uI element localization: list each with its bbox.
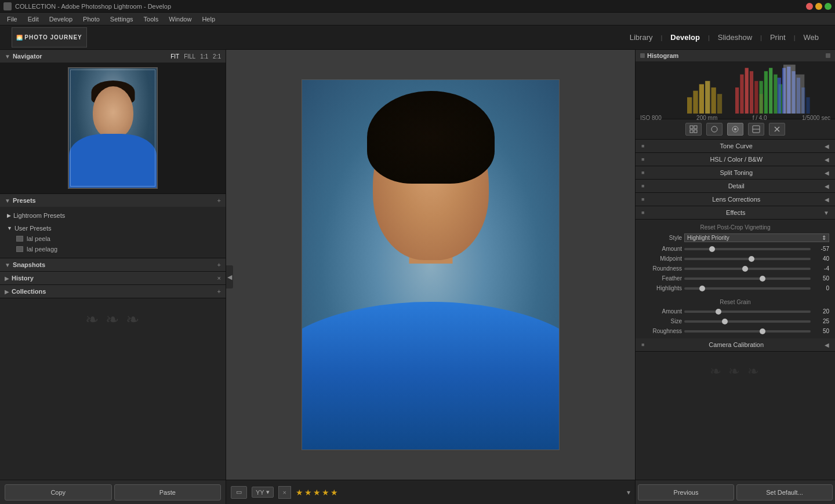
vignette-midpoint-thumb[interactable] xyxy=(749,256,754,262)
histogram-right-arrow[interactable] xyxy=(826,53,830,58)
effects-header[interactable]: ■ Effects ▼ xyxy=(636,206,835,220)
copy-button[interactable]: Copy xyxy=(5,484,112,501)
vignette-feather-thumb[interactable] xyxy=(760,276,765,282)
histogram-header: Histogram xyxy=(636,50,835,61)
nav-2-1[interactable]: 2:1 xyxy=(213,53,221,60)
tool-basic[interactable] xyxy=(685,123,702,136)
grain-size-slider[interactable] xyxy=(684,320,811,323)
detail-header[interactable]: ■ Detail ◀ xyxy=(636,180,835,193)
vignette-highlights-slider[interactable] xyxy=(684,287,811,290)
histogram-left-arrow[interactable] xyxy=(640,53,645,58)
vignette-amount-thumb[interactable] xyxy=(709,246,715,252)
filmstrip-view-button[interactable]: ▭ xyxy=(231,486,247,499)
collections-add-button[interactable]: + xyxy=(217,288,221,295)
collapse-left-button[interactable]: ◀ xyxy=(226,265,233,288)
vignette-feather-slider[interactable] xyxy=(684,277,811,280)
vignette-amount-slider[interactable] xyxy=(684,248,811,250)
preset-group-lightroom-header[interactable]: ▶ Lightroom Presets xyxy=(0,210,226,221)
menu-file[interactable]: File xyxy=(2,14,22,24)
menu-window[interactable]: Window xyxy=(164,14,196,24)
grain-amount-slider[interactable] xyxy=(684,311,811,313)
grain-roughness-thumb[interactable] xyxy=(760,328,765,334)
filmstrip-expand-button[interactable]: ▾ xyxy=(627,488,630,496)
snapshots-add-button[interactable]: + xyxy=(217,261,221,268)
presets-header[interactable]: ▼ Presets + xyxy=(0,194,226,207)
history-header[interactable]: ▶ History × xyxy=(0,272,226,284)
menu-tools[interactable]: Tools xyxy=(139,14,164,24)
set-default-button[interactable]: Set Default... xyxy=(736,484,833,501)
vignette-highlights-value: 0 xyxy=(813,285,829,291)
svg-point-32 xyxy=(734,128,736,130)
vignette-roundness-value: -4 xyxy=(813,265,829,272)
tool-detail[interactable] xyxy=(769,123,785,136)
nav-library[interactable]: Library xyxy=(625,31,658,44)
svg-rect-8 xyxy=(745,68,749,114)
history-section: ▶ History × xyxy=(0,272,226,285)
vignette-midpoint-row: Midpoint 40 xyxy=(636,254,835,264)
vignette-reset[interactable]: Reset Post-Crop Vignetting xyxy=(636,222,835,232)
vignette-roundness-slider[interactable] xyxy=(684,268,811,270)
vignette-style-select[interactable]: Highlight Priority ⇕ xyxy=(684,233,829,242)
history-close-button[interactable]: × xyxy=(217,275,221,282)
split-toning-title: Split Toning xyxy=(648,169,825,176)
right-decorative: ❧ ❧ ❧ xyxy=(636,352,835,391)
camera-calibration-toggle: ■ xyxy=(641,342,644,348)
nav-1-1[interactable]: 1:1 xyxy=(200,53,208,60)
grain-roughness-slider[interactable] xyxy=(684,330,811,333)
nav-links: Library | Develop | Slideshow | Print | … xyxy=(625,31,823,44)
grain-amount-thumb[interactable] xyxy=(716,309,721,315)
nav-slideshow[interactable]: Slideshow xyxy=(713,31,757,44)
split-toning-header[interactable]: ■ Split Toning ◀ xyxy=(636,166,835,180)
menu-settings[interactable]: Settings xyxy=(106,14,138,24)
nav-fill[interactable]: FILL xyxy=(184,53,195,60)
snapshots-section: ▼ Snapshots + xyxy=(0,258,226,272)
menu-help[interactable]: Help xyxy=(197,14,220,24)
tone-curve-header[interactable]: ■ Tone Curve ◀ xyxy=(636,140,835,153)
filmstrip-dropdown[interactable]: YY ▾ xyxy=(252,487,274,498)
window-title: COLLECTION - Adobe Photoshop Lightroom -… xyxy=(15,3,171,10)
lens-corrections-header[interactable]: ■ Lens Corrections ◀ xyxy=(636,193,835,206)
minimize-btn[interactable] xyxy=(815,3,822,10)
tool-hsl[interactable] xyxy=(748,123,764,136)
vignette-highlights-thumb[interactable] xyxy=(699,286,705,291)
hsl-header[interactable]: ■ HSL / Color / B&W ◀ xyxy=(636,153,835,166)
paste-button[interactable]: Paste xyxy=(114,484,222,501)
navigator-selector xyxy=(70,70,155,187)
camera-calibration-header[interactable]: ■ Camera Calibration ◀ xyxy=(636,338,835,352)
menu-photo[interactable]: Photo xyxy=(78,14,104,24)
preset-group-user-label: User Presets xyxy=(14,225,52,232)
app-icon xyxy=(3,2,12,10)
previous-button[interactable]: Previous xyxy=(638,484,734,501)
preset-item-lal-peelagg[interactable]: lal peelagg xyxy=(0,244,226,254)
nav-fit[interactable]: FIT xyxy=(170,53,179,60)
snapshots-header[interactable]: ▼ Snapshots + xyxy=(0,258,226,271)
effects-content: Reset Post-Crop Vignetting Style Highlig… xyxy=(636,220,835,338)
vignette-roundness-thumb[interactable] xyxy=(742,266,748,272)
svg-rect-7 xyxy=(740,75,743,114)
detail-title: Detail xyxy=(648,182,825,189)
maximize-btn[interactable] xyxy=(825,3,832,10)
lens-corrections-arrow: ◀ xyxy=(825,196,829,203)
grain-reset[interactable]: Reset Grain xyxy=(636,297,835,306)
filmstrip-close-button[interactable]: × xyxy=(278,486,291,499)
nav-print[interactable]: Print xyxy=(765,31,790,44)
preset-group-user-header[interactable]: ▼ User Presets xyxy=(0,223,226,233)
filmstrip-dropdown-arrow: ▾ xyxy=(266,488,270,496)
preset-item-lal-peela[interactable]: lal peela xyxy=(0,233,226,244)
star-rating[interactable]: ★★★★★ xyxy=(296,488,339,497)
menu-edit[interactable]: Edit xyxy=(23,14,43,24)
grain-size-thumb[interactable] xyxy=(722,319,728,324)
presets-add-button[interactable]: + xyxy=(217,197,221,204)
nav-develop[interactable]: Develop xyxy=(666,31,705,44)
close-btn[interactable] xyxy=(806,3,813,10)
tool-tone[interactable] xyxy=(706,123,723,136)
tool-effects[interactable] xyxy=(727,123,743,136)
menu-develop[interactable]: Develop xyxy=(45,14,77,24)
navigator-header[interactable]: ▼ Navigator FIT FILL 1:1 2:1 xyxy=(0,50,226,63)
right-panel-scroll[interactable]: ■ Tone Curve ◀ ■ HSL / Color / B&W ◀ ■ S… xyxy=(636,140,835,480)
nav-web[interactable]: Web xyxy=(799,31,824,44)
collections-header[interactable]: ▶ Collections + xyxy=(0,285,226,298)
vignette-midpoint-slider[interactable] xyxy=(684,258,811,260)
svg-rect-15 xyxy=(774,75,777,114)
logo-text: PHOTO JOURNEY xyxy=(24,34,82,41)
